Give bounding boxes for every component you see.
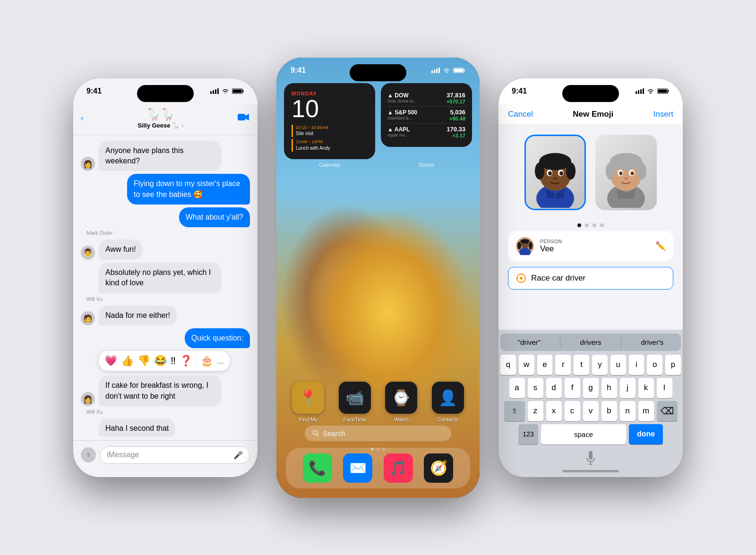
bubble-will-2: Haha I second that xyxy=(99,418,175,436)
person-edit-button[interactable]: ✏️ xyxy=(655,241,666,251)
event-time-2: 11AM – 12PM xyxy=(296,139,368,145)
key-e[interactable]: e xyxy=(537,355,553,375)
tapback-thumbsup[interactable]: 👍 xyxy=(121,355,134,367)
message-input-bar: + iMessage 🎤 xyxy=(73,440,258,477)
tapback-laugh[interactable]: 😂 xyxy=(154,355,167,367)
stock-sp500-full: Standard &... xyxy=(387,116,417,120)
key-c[interactable]: c xyxy=(565,401,580,421)
svg-point-47 xyxy=(619,171,623,175)
key-o[interactable]: o xyxy=(647,355,662,375)
tapback-thumbsdown[interactable]: 👎 xyxy=(137,355,150,367)
key-w[interactable]: w xyxy=(519,355,534,375)
key-n[interactable]: n xyxy=(620,401,636,421)
phone-messages: 9:41 xyxy=(73,78,258,477)
tapback-bar[interactable]: 💗 👍 👎 😂 ‼️ ❓ 🎂 … xyxy=(99,351,230,371)
app-findmy[interactable]: 📍 Find My xyxy=(290,382,327,422)
message-row-will-1: 🧑 Nada for me either! xyxy=(81,306,250,325)
video-call-button[interactable] xyxy=(238,112,250,124)
person-tag: PERSON Vee ✏️ xyxy=(508,231,673,261)
stocks-widget[interactable]: ▲ DOW Dow Jones In... 37,816 +570.17 xyxy=(381,83,472,147)
calendar-label: Calendar xyxy=(284,162,375,168)
key-q[interactable]: q xyxy=(500,355,516,375)
emoji-option-2[interactable] xyxy=(595,135,657,210)
key-s[interactable]: s xyxy=(528,378,543,398)
tapback-heart[interactable]: 💗 xyxy=(104,355,117,367)
back-button[interactable]: ‹ xyxy=(81,113,84,123)
contacts-label: Contacts xyxy=(438,417,458,422)
svg-rect-25 xyxy=(658,89,667,93)
dock-music[interactable]: 🎵 xyxy=(384,453,413,483)
app-watch[interactable]: ⌚ Watch xyxy=(383,382,420,422)
svg-rect-8 xyxy=(431,70,433,73)
emoji-search-field[interactable]: Race car driver xyxy=(508,267,673,290)
calendar-widget[interactable]: Monday 10 10:15 – 10:45AM Site visit 11A… xyxy=(284,83,375,159)
emoji-option-1-wrap xyxy=(524,135,586,210)
bubble-mark-1: Aww fun! xyxy=(99,239,143,259)
done-key[interactable]: done xyxy=(629,424,663,444)
key-h[interactable]: h xyxy=(601,378,617,398)
dock-phone[interactable]: 📞 xyxy=(303,453,332,483)
key-y[interactable]: y xyxy=(592,355,608,375)
autocomplete-1[interactable]: "driver" xyxy=(514,337,544,347)
key-x[interactable]: x xyxy=(546,401,562,421)
svg-rect-0 xyxy=(210,91,212,94)
stock-sp500-change: +80.48 xyxy=(449,116,465,121)
stock-sp500: ▲ S&P 500 Standard &... 5,036 +80.48 xyxy=(387,107,465,124)
key-p[interactable]: p xyxy=(665,355,681,375)
key-l[interactable]: l xyxy=(657,378,672,398)
autocomplete-2[interactable]: drivers xyxy=(576,337,605,347)
svg-point-35 xyxy=(548,171,552,175)
svg-point-30 xyxy=(539,157,571,166)
key-a[interactable]: a xyxy=(509,378,525,398)
key-i[interactable]: i xyxy=(629,355,644,375)
group-info[interactable]: 🪿 🪿 Silly Geese 🪿 › xyxy=(137,108,183,129)
space-key[interactable]: space xyxy=(541,424,626,444)
app-contacts[interactable]: 👤 Contacts xyxy=(430,382,467,422)
key-t[interactable]: t xyxy=(574,355,589,375)
key-k[interactable]: k xyxy=(638,378,654,398)
numbers-key[interactable]: 123 xyxy=(518,424,538,444)
key-d[interactable]: d xyxy=(546,378,562,398)
home-indicator-right xyxy=(500,468,681,475)
avatar-emoji-1: 🪿 xyxy=(146,108,161,121)
key-v[interactable]: v xyxy=(583,401,599,421)
shift-key[interactable]: ⇧ xyxy=(504,401,525,421)
search-bar[interactable]: Search xyxy=(305,426,451,441)
key-b[interactable]: b xyxy=(601,401,617,421)
status-icons-left xyxy=(210,88,244,94)
status-icons-center xyxy=(431,68,465,73)
tapback-question[interactable]: ❓ xyxy=(180,355,192,367)
tapback-cake[interactable]: 🎂 xyxy=(200,355,213,367)
svg-point-57 xyxy=(520,277,523,280)
app-facetime[interactable]: 📹 FaceTime xyxy=(336,382,374,422)
tapback-exclaim[interactable]: ‼️ xyxy=(171,355,176,367)
key-m[interactable]: m xyxy=(638,401,654,421)
key-j[interactable]: j xyxy=(620,378,636,398)
key-z[interactable]: z xyxy=(528,401,543,421)
bubble-mark-2: Absolutely no plans yet, which I kind of… xyxy=(99,263,222,293)
emoji-option-1[interactable] xyxy=(524,135,586,210)
tapback-more[interactable]: … xyxy=(217,357,224,365)
message-input-field[interactable]: iMessage 🎤 xyxy=(100,446,250,464)
stock-aapl-symbol: ▲ AAPL xyxy=(387,126,410,133)
key-g[interactable]: g xyxy=(583,378,599,398)
key-r[interactable]: r xyxy=(555,355,571,375)
keyboard-mic-icon[interactable] xyxy=(585,451,596,466)
autocomplete-3[interactable]: driver's xyxy=(637,337,667,347)
facetime-icon xyxy=(238,113,250,121)
phone-emoji: 9:41 xyxy=(498,78,683,477)
svg-point-36 xyxy=(559,171,563,175)
delete-key[interactable]: ⌫ xyxy=(657,401,678,421)
tapback-divider xyxy=(196,355,197,367)
mic-icon[interactable]: 🎤 xyxy=(233,451,243,460)
dock-safari[interactable]: 🧭 xyxy=(424,453,453,483)
key-u[interactable]: u xyxy=(610,355,626,375)
add-button[interactable]: + xyxy=(81,447,96,462)
stock-aapl-price: 170.33 xyxy=(447,126,465,133)
message-row-cake: 👩 If cake for breakfast is wrong, I don'… xyxy=(81,376,250,406)
key-f[interactable]: f xyxy=(565,378,580,398)
dock-mail[interactable]: ✉️ xyxy=(343,453,372,483)
emoji-search-value: Race car driver xyxy=(531,273,585,283)
insert-button[interactable]: Insert xyxy=(653,110,673,119)
cancel-button[interactable]: Cancel xyxy=(508,110,533,119)
